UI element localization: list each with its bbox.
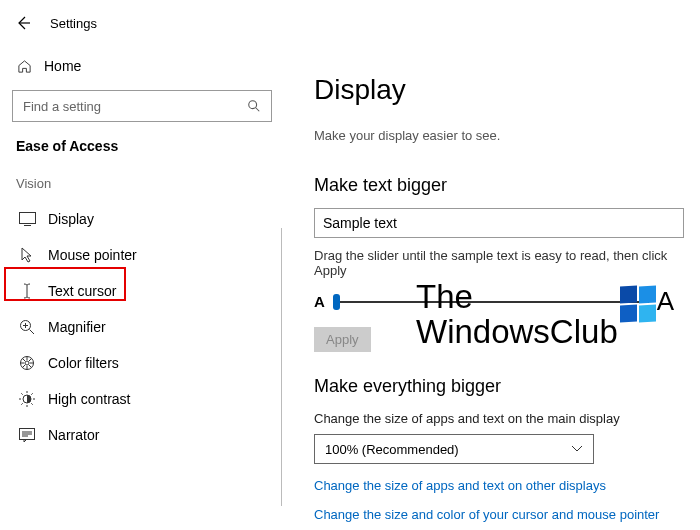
group-label-vision: Vision	[12, 176, 272, 191]
sidebar-item-home[interactable]: Home	[12, 52, 272, 80]
page-subtitle: Make your display easier to see.	[314, 128, 692, 143]
heading-make-text-bigger: Make text bigger	[314, 175, 692, 196]
svg-rect-3	[19, 213, 35, 224]
slider-max-label: A	[657, 286, 674, 317]
cursor-icon	[18, 246, 36, 264]
nav-label: Display	[48, 211, 94, 227]
nav-label: Magnifier	[48, 319, 106, 335]
link-cursor-settings[interactable]: Change the size and color of your cursor…	[314, 507, 692, 522]
color-filters-icon	[18, 354, 36, 372]
scale-description: Change the size of apps and text on the …	[314, 411, 692, 426]
text-size-slider[interactable]: A A	[314, 286, 674, 317]
home-icon	[16, 58, 32, 74]
sidebar-item-magnifier[interactable]: Magnifier	[12, 309, 272, 345]
sidebar-item-narrator[interactable]: Narrator	[12, 417, 272, 453]
sidebar-item-high-contrast[interactable]: High contrast	[12, 381, 272, 417]
section-heading: Ease of Access	[12, 138, 272, 154]
slider-track[interactable]	[333, 301, 649, 303]
svg-point-1	[249, 101, 257, 109]
heading-make-everything-bigger: Make everything bigger	[314, 376, 692, 397]
nav-label: Mouse pointer	[48, 247, 137, 263]
sample-text-box: Sample text	[314, 208, 684, 238]
main-pane: Display Make your display easier to see.…	[282, 46, 700, 530]
narrator-icon	[18, 426, 36, 444]
sidebar: Home Find a setting Ease of Access Visio…	[0, 46, 282, 530]
apply-button[interactable]: Apply	[314, 327, 371, 352]
scale-dropdown[interactable]: 100% (Recommended)	[314, 434, 594, 464]
sidebar-item-display[interactable]: Display	[12, 201, 272, 237]
search-input[interactable]: Find a setting	[12, 90, 272, 122]
svg-line-2	[256, 108, 260, 112]
highlight-annotation	[4, 267, 126, 301]
search-placeholder: Find a setting	[23, 99, 101, 114]
link-other-displays[interactable]: Change the size of apps and text on othe…	[314, 478, 692, 493]
sidebar-item-color-filters[interactable]: Color filters	[12, 345, 272, 381]
slider-hint: Drag the slider until the sample text is…	[314, 248, 692, 278]
search-icon	[247, 99, 261, 113]
monitor-icon	[18, 210, 36, 228]
slider-min-label: A	[314, 293, 325, 310]
page-title: Display	[314, 74, 692, 106]
slider-thumb[interactable]	[333, 294, 340, 310]
nav-label: Narrator	[48, 427, 99, 443]
titlebar: Settings	[0, 0, 700, 46]
svg-line-8	[30, 330, 35, 335]
high-contrast-icon	[18, 390, 36, 408]
home-label: Home	[44, 58, 81, 74]
app-title: Settings	[50, 16, 97, 31]
svg-point-10	[25, 361, 29, 365]
scale-value: 100% (Recommended)	[325, 442, 459, 457]
nav-label: Color filters	[48, 355, 119, 371]
nav-label: High contrast	[48, 391, 130, 407]
chevron-down-icon	[571, 445, 583, 453]
magnifier-icon	[18, 318, 36, 336]
back-icon[interactable]	[14, 14, 32, 32]
